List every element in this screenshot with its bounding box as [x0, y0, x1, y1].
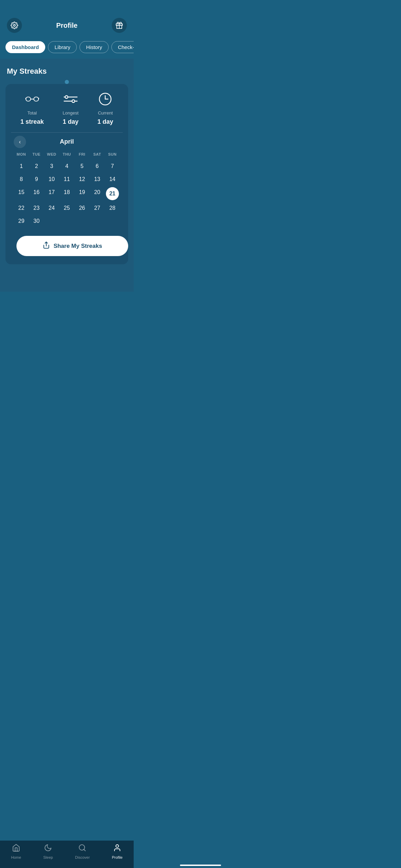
cal-day-16[interactable]: 16: [29, 186, 44, 202]
svg-point-0: [13, 24, 15, 26]
cal-day-14[interactable]: 14: [105, 173, 120, 186]
cal-day-23[interactable]: 23: [29, 202, 44, 215]
dow-sun: SUN: [105, 151, 120, 160]
dow-fri: FRI: [74, 151, 89, 160]
page-header: Profile: [0, 15, 134, 38]
cal-day-19[interactable]: 19: [74, 186, 89, 202]
my-streaks-title: My Streaks: [0, 59, 134, 79]
svg-rect-4: [34, 97, 38, 101]
tab-checkins[interactable]: Check-Ins: [111, 41, 134, 53]
longest-stat: Longest 1 day: [63, 92, 78, 125]
cal-day-6[interactable]: 6: [89, 160, 105, 173]
cal-day-13[interactable]: 13: [89, 173, 105, 186]
cal-day-27[interactable]: 27: [89, 202, 105, 215]
current-value: 1 day: [97, 118, 113, 125]
cal-day-15[interactable]: 15: [14, 186, 29, 202]
total-value: 1 streak: [21, 118, 44, 125]
status-bar: [0, 0, 134, 15]
cal-day-9[interactable]: 9: [29, 173, 44, 186]
cal-day-29[interactable]: 29: [14, 215, 29, 228]
cal-day-empty-1: [44, 215, 59, 228]
tab-navigation: Dashboard Library History Check-Ins: [0, 38, 134, 59]
cal-day-25[interactable]: 25: [59, 202, 74, 215]
glasses-icon: [25, 92, 39, 108]
cal-day-empty-3: [74, 215, 89, 228]
cal-day-1[interactable]: 1: [14, 160, 29, 173]
calendar-grid: MON TUE WED THU FRI SAT SUN 1 2 3 4 5 6 …: [14, 151, 120, 228]
cal-day-20[interactable]: 20: [89, 186, 105, 202]
current-label: Current: [98, 110, 113, 116]
dow-sat: SAT: [89, 151, 105, 160]
cal-day-12[interactable]: 12: [74, 173, 89, 186]
cal-day-empty-5: [105, 215, 120, 228]
cal-day-26[interactable]: 26: [74, 202, 89, 215]
svg-point-11: [72, 100, 75, 103]
cal-day-17[interactable]: 17: [44, 186, 59, 202]
longest-label: Longest: [63, 110, 78, 116]
cal-day-18[interactable]: 18: [59, 186, 74, 202]
cal-day-2[interactable]: 2: [29, 160, 44, 173]
tab-history[interactable]: History: [80, 41, 109, 53]
gift-button[interactable]: [112, 18, 127, 33]
cal-day-22[interactable]: 22: [14, 202, 29, 215]
settings-button[interactable]: [7, 18, 22, 33]
cal-day-3[interactable]: 3: [44, 160, 59, 173]
cal-day-21[interactable]: 21: [106, 187, 119, 200]
page-title: Profile: [56, 22, 77, 29]
cal-day-8[interactable]: 8: [14, 173, 29, 186]
cal-day-24[interactable]: 24: [44, 202, 59, 215]
svg-point-8: [65, 96, 68, 98]
main-content: My Streaks Total 1 streak: [0, 59, 134, 292]
streaks-stats: Total 1 streak Longest 1 day: [11, 92, 123, 133]
calendar-header: ‹ April: [14, 138, 120, 145]
calendar-section: ‹ April MON TUE WED THU FRI SAT SUN 1 2 …: [11, 133, 123, 228]
total-stat: Total 1 streak: [21, 92, 44, 125]
cal-day-empty-4: [89, 215, 105, 228]
current-stat: Current 1 day: [97, 92, 113, 125]
active-dot: [65, 80, 69, 84]
total-label: Total: [27, 110, 37, 116]
share-icon: [42, 241, 50, 251]
calendar-prev-button[interactable]: ‹: [14, 136, 26, 148]
cal-day-7[interactable]: 7: [105, 160, 120, 173]
dow-tue: TUE: [29, 151, 44, 160]
cal-day-10[interactable]: 10: [44, 173, 59, 186]
longest-value: 1 day: [63, 118, 78, 125]
tab-dashboard[interactable]: Dashboard: [5, 41, 45, 53]
svg-rect-3: [26, 97, 31, 101]
cal-day-empty-2: [59, 215, 74, 228]
cal-day-4[interactable]: 4: [59, 160, 74, 173]
calendar-month: April: [60, 138, 74, 145]
cal-day-28[interactable]: 28: [105, 202, 120, 215]
streaks-card: Total 1 streak Longest 1 day: [5, 84, 128, 264]
share-button-label: Share My Streaks: [53, 243, 102, 250]
dow-wed: WED: [44, 151, 59, 160]
cal-day-30[interactable]: 30: [29, 215, 44, 228]
dot-indicator: [0, 79, 134, 84]
dow-mon: MON: [14, 151, 29, 160]
dow-thu: THU: [59, 151, 74, 160]
cal-day-5[interactable]: 5: [74, 160, 89, 173]
tab-library[interactable]: Library: [48, 41, 77, 53]
share-streaks-button[interactable]: Share My Streaks: [16, 236, 128, 256]
clock-icon: [98, 92, 112, 108]
filter-icon: [64, 92, 77, 108]
cal-day-11[interactable]: 11: [59, 173, 74, 186]
